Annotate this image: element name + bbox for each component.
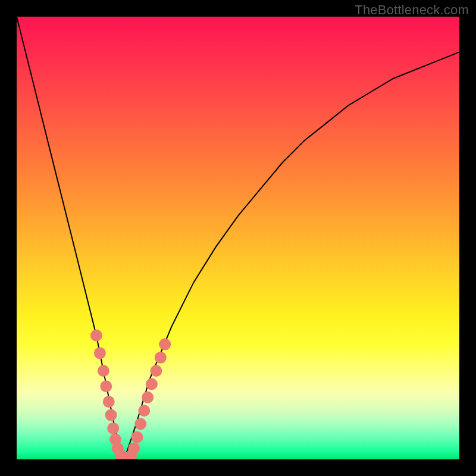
marker-dot (150, 365, 162, 377)
marker-dot (155, 352, 167, 364)
marker-dot (103, 396, 115, 408)
marker-dot (159, 339, 171, 350)
watermark-text: TheBottleneck.com (355, 2, 469, 18)
bottleneck-curve-svg (17, 17, 459, 459)
marker-dot (98, 365, 109, 377)
marker-dot (90, 330, 102, 342)
marker-dot (128, 442, 140, 454)
plot-area (17, 17, 459, 459)
marker-dot (107, 422, 119, 434)
marker-dot (131, 431, 143, 443)
marker-dot (142, 392, 154, 403)
chart-frame: TheBottleneck.com (0, 0, 476, 476)
marker-dot (138, 405, 150, 416)
marker-dot (134, 418, 146, 430)
marker-dot (146, 378, 158, 390)
marker-dot (105, 409, 117, 421)
marker-dot (94, 347, 106, 359)
bottleneck-curve-path (17, 17, 459, 459)
marker-dot (100, 380, 112, 392)
